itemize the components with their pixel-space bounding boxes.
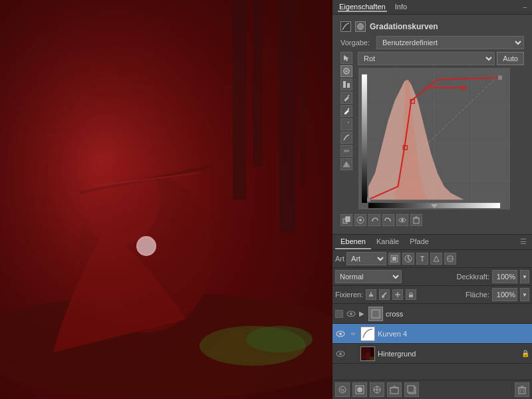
curves-undo[interactable] (368, 214, 380, 226)
curves-title: Gradationskurven (370, 22, 438, 31)
svg-rect-56 (414, 218, 419, 223)
layer-vis-cross[interactable] (335, 310, 343, 318)
svg-rect-44 (498, 76, 502, 80)
svg-point-73 (339, 332, 342, 335)
layer-name-hintergrund: Hintergrund (378, 350, 519, 358)
layer-name-kurven4: Kurven 4 (378, 330, 529, 338)
kind-label: Art (335, 255, 344, 263)
curves-eyedropper2[interactable] (340, 105, 352, 117)
curves-draw-tool[interactable] (340, 65, 352, 77)
layer-actions: fx (332, 380, 532, 399)
curves-smooth-tool[interactable] (340, 145, 352, 157)
fix-paint-icon[interactable] (379, 289, 390, 300)
layer-smart-icon[interactable] (444, 253, 456, 265)
auto-button[interactable]: Auto (497, 52, 524, 65)
svg-rect-21 (343, 81, 346, 88)
svg-point-51 (359, 219, 362, 221)
vorgabe-select[interactable]: Benutzerdefiniert (376, 36, 524, 49)
flache-input[interactable] (492, 288, 517, 301)
curves-target-icon[interactable] (354, 214, 366, 226)
svg-text:fx: fx (340, 387, 344, 393)
tab-kanaele[interactable]: Kanäle (371, 235, 404, 249)
svg-rect-49 (346, 217, 350, 221)
svg-line-23 (348, 95, 349, 96)
blend-row: Normal Deckkraft: ▼ (332, 268, 532, 286)
layers-panel: Ebenen Kanäle Pfade ☰ Art Art T (332, 235, 532, 399)
folder-arrow-cross[interactable]: ▶ (359, 310, 364, 317)
kind-select[interactable]: Art (346, 252, 386, 265)
channel-select[interactable]: Rot (358, 52, 495, 65)
curves-eyedropper3[interactable] (340, 118, 352, 130)
opacity-label: Deckkraft: (456, 273, 489, 281)
curves-content: Gradationskurven Vorgabe: Benutzerdefini… (336, 19, 528, 230)
svg-point-70 (350, 313, 352, 315)
svg-rect-46 (362, 74, 367, 203)
curves-visibility[interactable] (396, 214, 408, 226)
layer-list: ▶ cross Kurven 4 (332, 304, 532, 380)
svg-rect-79 (370, 347, 373, 356)
svg-rect-71 (372, 310, 380, 318)
curves-tools-left: ! (340, 52, 355, 210)
layer-thumb-hintergrund (360, 346, 375, 361)
minimize-button[interactable]: – (523, 3, 527, 11)
layers-menu-icon[interactable]: ☰ (517, 235, 529, 249)
tab-info[interactable]: Info (394, 3, 408, 12)
curves-graph-area: Rot Auto (358, 52, 524, 210)
curves-reset[interactable] (382, 214, 394, 226)
fix-position-icon[interactable] (366, 289, 376, 300)
tab-ebenen[interactable]: Ebenen (335, 235, 371, 249)
fix-lock-icon[interactable] (406, 289, 416, 300)
layer-thumb-cross (368, 307, 383, 321)
svg-rect-92 (519, 388, 525, 394)
svg-rect-80 (364, 352, 366, 361)
add-group-btn[interactable] (387, 382, 402, 397)
fixieren-label: Fixieren: (335, 291, 363, 299)
curves-eyedropper1[interactable] (340, 92, 352, 104)
tab-pfade[interactable]: Pfade (404, 235, 434, 249)
eye-icon-hintergrund[interactable] (335, 348, 346, 359)
layer-name-cross: cross (386, 310, 529, 318)
eye-icon-cross[interactable] (346, 309, 356, 319)
layers-toolbar: Art Art T (332, 250, 532, 268)
curves-clip-shadows[interactable] (340, 214, 352, 226)
opacity-input[interactable] (492, 270, 517, 283)
link-icon-kurven4 (348, 329, 358, 338)
curves-graph[interactable] (358, 67, 511, 210)
svg-point-65 (382, 295, 384, 298)
svg-point-85 (357, 387, 362, 392)
curves-icon (340, 21, 351, 32)
svg-line-25 (348, 122, 349, 123)
lock-icon-hintergrund: 🔒 (521, 350, 529, 358)
add-new-layer-btn[interactable] (404, 382, 419, 397)
layer-shape-icon[interactable] (430, 253, 442, 265)
properties-header: Eigenschaften Info – (332, 0, 532, 15)
curves-sample-tool[interactable] (340, 78, 352, 90)
fix-move-icon[interactable] (392, 289, 403, 300)
curves-pencil-tool[interactable] (340, 132, 352, 144)
layer-adjustment-icon[interactable] (402, 253, 414, 265)
curves-panel: Gradationskurven Vorgabe: Benutzerdefini… (332, 15, 532, 235)
layers-tabs: Ebenen Kanäle Pfade ☰ (332, 235, 532, 250)
curves-delete[interactable] (410, 214, 422, 226)
svg-point-76 (339, 352, 342, 355)
layer-item-kurven4[interactable]: Kurven 4 (332, 324, 532, 344)
opacity-dropdown-arrow[interactable]: ▼ (520, 270, 529, 283)
layer-item-cross[interactable]: ▶ cross (332, 304, 532, 324)
blend-mode-select[interactable]: Normal (335, 270, 402, 283)
flache-dropdown-arrow[interactable]: ▼ (520, 288, 529, 301)
layer-item-hintergrund[interactable]: Hintergrund 🔒 (332, 344, 532, 364)
eye-icon-kurven4[interactable] (335, 329, 346, 339)
tab-eigenschaften[interactable]: Eigenschaften (338, 3, 387, 12)
curves-pointer-tool[interactable] (340, 52, 352, 64)
curves-warning-tool[interactable]: ! (340, 158, 352, 170)
add-adjustment-btn[interactable] (370, 382, 384, 397)
add-layer-style-btn[interactable]: fx (335, 382, 350, 397)
layer-pixel-icon[interactable] (388, 253, 400, 265)
svg-point-55 (401, 219, 404, 221)
layer-type-icon[interactable]: T (416, 253, 428, 265)
curves-title-bar: Gradationskurven (340, 21, 524, 32)
delete-layer-btn[interactable] (515, 382, 529, 397)
curves-visibility-icon[interactable] (355, 21, 366, 32)
svg-rect-22 (347, 83, 350, 88)
add-mask-btn[interactable] (352, 382, 367, 397)
